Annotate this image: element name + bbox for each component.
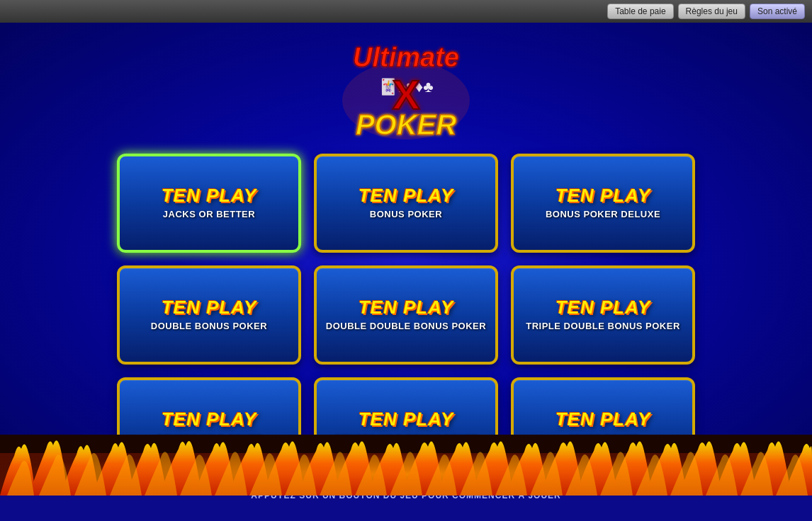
game-button-title: TEN PLAY (162, 298, 257, 316)
game-grid: TEN PLAYJACKS OR BETTERTEN PLAYBONUS POK… (117, 154, 695, 476)
paytable-button[interactable]: Table de paie (607, 4, 673, 19)
game-button-bonus-poker-deluxe[interactable]: TEN PLAYBONUS POKER DELUXE (511, 154, 695, 253)
game-button-subtitle: BONUS POKER (370, 209, 442, 220)
game-button-title: TEN PLAY (359, 410, 454, 428)
svg-text:POKER: POKER (356, 109, 456, 139)
rules-button[interactable]: Règles du jeu (678, 4, 745, 19)
game-button-double-bonus-poker[interactable]: TEN PLAYDOUBLE BONUS POKER (117, 265, 301, 365)
fire-decoration (0, 435, 812, 496)
game-button-title: TEN PLAY (359, 298, 454, 316)
sound-button[interactable]: Son activé (750, 4, 805, 19)
main-content: Ultimate 🃏♠♥♦♣ X POKER (0, 23, 812, 496)
game-button-title: TEN PLAY (556, 410, 651, 428)
game-button-jacks-or-better[interactable]: TEN PLAYJACKS OR BETTER (117, 154, 301, 253)
game-logo: Ultimate 🃏♠♥♦♣ X POKER (325, 37, 487, 139)
logo-svg: Ultimate 🃏♠♥♦♣ X POKER (325, 37, 487, 139)
game-button-subtitle: DOUBLE BONUS POKER (151, 321, 267, 332)
game-button-title: TEN PLAY (556, 298, 651, 316)
game-button-subtitle: TRIPLE DOUBLE BONUS POKER (526, 321, 680, 332)
svg-text:Ultimate: Ultimate (353, 42, 459, 72)
game-button-triple-double-bonus-poker[interactable]: TEN PLAYTRIPLE DOUBLE BONUS POKER (511, 265, 695, 365)
game-button-subtitle: BONUS POKER DELUXE (546, 209, 660, 220)
game-button-subtitle: DOUBLE DOUBLE BONUS POKER (326, 321, 486, 332)
topbar: Table de paie Règles du jeu Son activé (0, 0, 812, 23)
game-button-double-double-bonus-poker[interactable]: TEN PLAYDOUBLE DOUBLE BONUS POKER (314, 265, 498, 365)
game-button-title: TEN PLAY (162, 186, 257, 205)
game-button-title: TEN PLAY (162, 410, 257, 428)
game-button-bonus-poker[interactable]: TEN PLAYBONUS POKER (314, 154, 498, 253)
game-button-subtitle: JACKS OR BETTER (163, 209, 255, 220)
game-button-title: TEN PLAY (556, 186, 651, 205)
game-button-title: TEN PLAY (359, 186, 454, 205)
